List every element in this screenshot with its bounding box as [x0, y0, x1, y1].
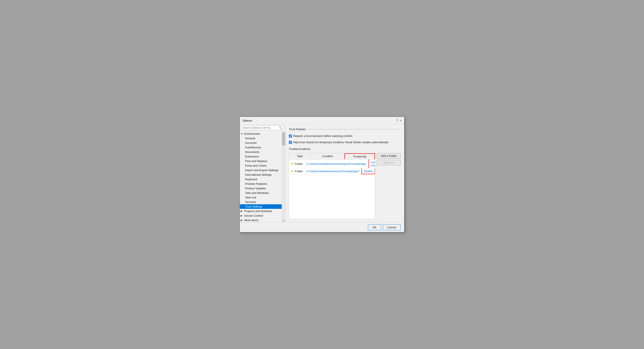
skip-trust-checkbox[interactable] [289, 141, 292, 144]
sidebar-scrollbar[interactable]: ▲ ▼ [282, 132, 285, 222]
sidebar-item-terminal[interactable]: Terminal [240, 200, 282, 204]
chevron-right-icon [241, 219, 243, 222]
sidebar-item-environment[interactable]: Environment [240, 132, 282, 136]
trusted-locations-label: Trusted locations: [289, 147, 401, 150]
sidebar-item-work-items[interactable]: Work Items [240, 218, 282, 222]
location-column-header: Location [311, 154, 344, 159]
sidebar-item-fonts-colors[interactable]: Fonts and Colors [240, 163, 282, 168]
sidebar-item-source-control[interactable]: Source Control [240, 214, 282, 218]
dialog-title: Options [242, 119, 252, 122]
scroll-down-arrow[interactable]: ▼ [282, 220, 285, 222]
type-column-header: Type [289, 154, 311, 159]
require-trust-label: Require a trust decision before opening … [293, 134, 352, 138]
table-actions: Add a Folder Remove [377, 153, 401, 219]
trusted-table: Type Location Trusted By 📁 Folder C:\Use [289, 153, 375, 219]
close-button[interactable]: × [400, 119, 402, 122]
sidebar: 🔍 Environment General Accounts AutoRecov… [240, 124, 286, 222]
folder-icon: 📁 [291, 162, 294, 165]
trusted-by-cell: Local User [368, 160, 375, 168]
checkbox-row-2: Skip trust checks for temporary location… [289, 140, 401, 144]
sidebar-item-product-updates[interactable]: Product Updates [240, 186, 282, 191]
sidebar-item-keyboard[interactable]: Keyboard [240, 177, 282, 182]
sidebar-item-general[interactable]: General [240, 136, 282, 140]
type-cell: 📁 Folder [289, 168, 305, 174]
require-trust-checkbox[interactable] [289, 134, 292, 138]
sidebar-item-tabs-windows[interactable]: Tabs and Windows [240, 191, 282, 195]
ok-button[interactable]: OK [368, 224, 381, 230]
search-input[interactable] [243, 126, 279, 129]
sidebar-item-international[interactable]: International Settings [240, 172, 282, 177]
skip-trust-label: Skip trust checks for temporary location… [293, 140, 388, 144]
table-area: Type Location Trusted By 📁 Folder C:\Use [289, 153, 401, 219]
chevron-down-icon [241, 132, 243, 135]
chevron-right-icon [241, 214, 243, 217]
trusted-by-cell: System [362, 168, 375, 174]
add-folder-button[interactable]: Add a Folder [377, 153, 401, 158]
type-cell: 📁 Folder [289, 160, 305, 168]
title-bar: Options ? × [240, 117, 404, 124]
remove-button[interactable]: Remove [377, 160, 401, 165]
options-dialog: Options ? × 🔍 Environment [240, 117, 404, 232]
help-button[interactable]: ? [396, 119, 398, 122]
sidebar-item-autorecover[interactable]: AutoRecover [240, 145, 282, 150]
search-icon: 🔍 [279, 126, 282, 129]
dialog-footer: OK Cancel [240, 222, 404, 232]
sidebar-item-extensions[interactable]: Extensions [240, 154, 282, 159]
table-body: 📁 Folder C:\Users\UserName\source\repos\… [289, 160, 375, 219]
location-cell: C:\Users\UserName\source\repos\ConsoleAp… [305, 160, 368, 168]
table-header: Type Location Trusted By [289, 154, 375, 160]
chevron-right-icon [241, 210, 243, 212]
sidebar-item-import-export[interactable]: Import and Export Settings [240, 168, 282, 172]
sidebar-item-preview[interactable]: Preview Features [240, 182, 282, 186]
sidebar-item-trust-settings[interactable]: Trust Settings [240, 204, 282, 209]
main-content: Trust Policies Require a trust decision … [286, 124, 404, 222]
sidebar-item-projects[interactable]: Projects and Solutions [240, 209, 282, 214]
trusted-by-column-header: Trusted By [344, 154, 375, 159]
sidebar-scroll-area: Environment General Accounts AutoRecover… [240, 132, 285, 222]
table-row[interactable]: 📁 Folder C:\Users\UserName\source\Consol… [289, 168, 375, 174]
scroll-thumb[interactable] [282, 132, 285, 145]
folder-icon: 📁 [291, 170, 294, 173]
cancel-button[interactable]: Cancel [383, 224, 401, 230]
sidebar-item-task-list[interactable]: Task List [240, 195, 282, 200]
sidebar-item-find-replace[interactable]: Find and Replace [240, 159, 282, 163]
title-controls: ? × [396, 119, 402, 122]
tree: Environment General Accounts AutoRecover… [240, 132, 282, 222]
sidebar-item-documents[interactable]: Documents [240, 150, 282, 154]
search-box[interactable]: 🔍 [241, 126, 284, 130]
dialog-body: 🔍 Environment General Accounts AutoRecov… [240, 124, 404, 222]
checkbox-row-1: Require a trust decision before opening … [289, 134, 401, 138]
sidebar-item-accounts[interactable]: Accounts [240, 140, 282, 145]
table-row[interactable]: 📁 Folder C:\Users\UserName\source\repos\… [289, 160, 375, 168]
trust-policies-section-title: Trust Policies [289, 128, 401, 131]
location-cell: C:\Users\UserName\source\ConsoleApp2\ [305, 168, 362, 174]
